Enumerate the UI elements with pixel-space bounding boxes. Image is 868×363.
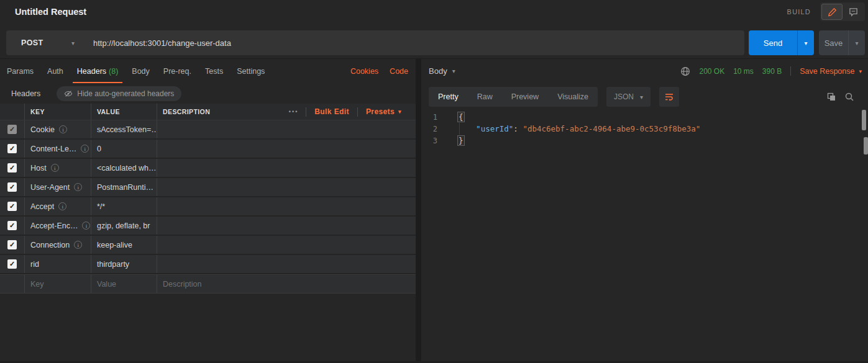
- header-description[interactable]: [157, 159, 416, 177]
- header-description[interactable]: [157, 255, 416, 273]
- cookies-link[interactable]: Cookies: [350, 67, 378, 76]
- copy-icon[interactable]: [826, 92, 836, 102]
- tab-preview[interactable]: Preview: [502, 87, 548, 107]
- json-string-value: "db4c6ebf-abc2-4964-abe9-0c53c9f8be3a": [523, 124, 700, 133]
- header-description[interactable]: [157, 140, 416, 158]
- tab-visualize[interactable]: Visualize: [548, 87, 598, 107]
- header-key: Connection: [30, 241, 70, 249]
- info-icon: i: [59, 125, 67, 133]
- row-checkbox[interactable]: ✓: [7, 144, 17, 153]
- chevron-down-icon: ▾: [804, 40, 807, 47]
- line-number: 2: [421, 125, 447, 133]
- header-row-connection: ✓ Connectioni keep-alive: [0, 236, 416, 255]
- row-checkbox[interactable]: ✓: [7, 202, 17, 211]
- response-size: 390 B: [762, 67, 782, 76]
- code-line: 2 "userId": "db4c6ebf-abc2-4964-abe9-0c5…: [421, 123, 859, 135]
- new-description-field[interactable]: Description: [157, 275, 416, 293]
- tab-tests[interactable]: Tests: [198, 59, 230, 83]
- column-header-value: VALUE: [91, 104, 157, 120]
- checkmark-icon: ✓: [9, 164, 15, 172]
- checkmark-icon: ✓: [9, 125, 15, 133]
- tab-auth[interactable]: Auth: [40, 59, 70, 83]
- wrap-text-button[interactable]: [659, 87, 679, 107]
- request-tabs: Params Auth Headers (8) Body Pre-req. Te…: [0, 59, 416, 83]
- tab-settings[interactable]: Settings: [230, 59, 272, 83]
- format-dropdown[interactable]: JSON ▾: [606, 87, 651, 107]
- save-response-dropdown[interactable]: Save Response ▾: [800, 67, 862, 76]
- tab-prereq[interactable]: Pre-req.: [157, 59, 198, 83]
- tab-params[interactable]: Params: [0, 59, 40, 83]
- send-button[interactable]: Send: [749, 30, 797, 55]
- new-key-field[interactable]: Key: [25, 275, 91, 293]
- row-checkbox[interactable]: ✓: [7, 182, 17, 192]
- bulk-edit-button[interactable]: Bulk Edit: [306, 107, 357, 116]
- tab-body[interactable]: Body: [125, 59, 157, 83]
- row-checkbox[interactable]: ✓: [7, 221, 17, 230]
- header-row-content-length: ✓ Content-Le…i 0: [0, 140, 416, 159]
- scrollbar-thumb[interactable]: [864, 137, 868, 155]
- presets-dropdown[interactable]: Presets ▾: [358, 107, 409, 116]
- header-value: <calculated wh…: [97, 164, 157, 173]
- header-description[interactable]: [157, 197, 416, 215]
- comment-mode-button[interactable]: [843, 4, 864, 20]
- search-icon[interactable]: [844, 92, 854, 102]
- hide-autogenerated-headers-toggle[interactable]: Hide auto-generated headers: [57, 86, 181, 101]
- header-key: User-Agent: [30, 183, 70, 192]
- edit-mode-button[interactable]: [821, 4, 843, 20]
- row-checkbox[interactable]: ✓: [7, 163, 17, 173]
- header-description[interactable]: [157, 120, 416, 138]
- header-description[interactable]: [157, 178, 416, 196]
- header-row-host: ✓ Hosti <calculated wh…: [0, 159, 416, 178]
- chevron-down-icon: ▾: [855, 40, 858, 47]
- request-links: Cookies Code: [350, 59, 408, 83]
- method-dropdown[interactable]: POST ▾: [6, 30, 86, 55]
- header-value: */*: [97, 202, 105, 211]
- mode-switch: [820, 2, 865, 21]
- row-checkbox[interactable]: ✓: [7, 125, 17, 134]
- save-button[interactable]: Save: [819, 30, 848, 55]
- more-options-button[interactable]: •••: [281, 109, 306, 115]
- checkmark-icon: ✓: [9, 183, 15, 191]
- row-checkbox[interactable]: ✓: [7, 240, 17, 249]
- row-checkbox[interactable]: ✓: [7, 259, 17, 269]
- chevron-down-icon: ▾: [398, 109, 401, 115]
- header-description[interactable]: [157, 236, 416, 254]
- code-link[interactable]: Code: [390, 67, 408, 76]
- status-badge: 200 OK: [699, 67, 724, 76]
- headers-toolbar: Headers Hide auto-generated headers: [0, 83, 416, 104]
- new-header-row: Key Value Description: [0, 274, 416, 294]
- send-split-button: Send ▾: [749, 30, 814, 55]
- checkmark-icon: ✓: [9, 260, 15, 268]
- save-options-button[interactable]: ▾: [848, 30, 865, 55]
- header-key: Cookie: [30, 125, 55, 134]
- build-label: BUILD: [787, 8, 811, 16]
- url-input[interactable]: [86, 30, 744, 55]
- info-icon: i: [82, 222, 90, 230]
- headers-table-header: KEY VALUE DESCRIPTION ••• Bulk Edit Pres…: [0, 104, 416, 120]
- checkmark-icon: ✓: [9, 222, 15, 230]
- headers-count-badge: (8): [109, 67, 118, 76]
- send-options-button[interactable]: ▾: [797, 30, 814, 55]
- open-brace: {: [457, 112, 465, 122]
- checkmark-icon: ✓: [9, 202, 15, 210]
- header-key: Accept: [30, 202, 54, 211]
- info-icon: i: [58, 202, 66, 210]
- tab-headers[interactable]: Headers (8): [70, 59, 126, 83]
- request-panel: Params Auth Headers (8) Body Pre-req. Te…: [0, 59, 416, 363]
- response-body-dropdown[interactable]: Body ▾: [429, 66, 455, 76]
- network-globe-icon[interactable]: [680, 66, 690, 76]
- header-row-accept-encoding: ✓ Accept-Enc…i gzip, deflate, br: [0, 217, 416, 236]
- tab-pretty[interactable]: Pretty: [429, 87, 468, 107]
- scrollbar-thumb[interactable]: [862, 110, 866, 130]
- headers-section-title: Headers: [11, 89, 40, 98]
- header-description[interactable]: [157, 217, 416, 235]
- header-key: Host: [30, 164, 47, 173]
- close-brace: }: [457, 135, 465, 146]
- hide-toggle-label: Hide auto-generated headers: [77, 89, 174, 98]
- pencil-icon: [828, 7, 837, 17]
- header-value: gzip, deflate, br: [97, 222, 150, 230]
- panel-divider[interactable]: [416, 59, 421, 363]
- column-header-key: KEY: [25, 104, 91, 120]
- tab-raw[interactable]: Raw: [468, 87, 502, 107]
- new-value-field[interactable]: Value: [91, 275, 157, 293]
